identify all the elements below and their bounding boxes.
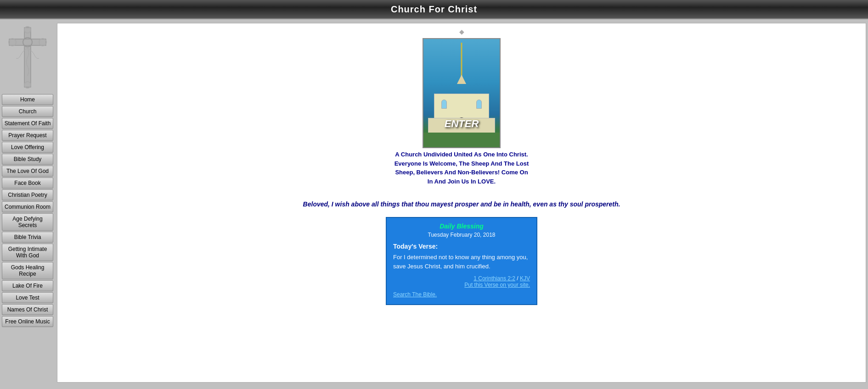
- sidebar-item-church[interactable]: Church: [2, 106, 53, 117]
- main-layout: HomeChurchStatement Of FaithPrayer Reque…: [0, 19, 868, 386]
- sidebar-item-face-book[interactable]: Face Book: [2, 178, 53, 189]
- sidebar-item-bible-trivia[interactable]: Bible Trivia: [2, 232, 53, 243]
- sidebar-item-bible-study[interactable]: Bible Study: [2, 154, 53, 165]
- nav-list: HomeChurchStatement Of FaithPrayer Reque…: [2, 94, 53, 328]
- church-image-area: ◆: [67, 28, 857, 193]
- search-bible-link[interactable]: Search The Bible.: [393, 291, 437, 298]
- verse-highlight: Beloved, I wish above all things that th…: [67, 200, 857, 208]
- church-description: A Church Undivided United As One Into Ch…: [395, 150, 529, 186]
- put-verse-link[interactable]: Put this Verse on your site.: [464, 282, 530, 288]
- kjv-link[interactable]: KJV: [520, 275, 530, 282]
- daily-blessing-box: Daily Blessing Tuesday February 20, 2018…: [386, 217, 537, 305]
- blessing-links: 1 Corinthians 2:2 / KJV Put this Verse o…: [393, 275, 530, 288]
- blessing-title: Daily Blessing: [393, 222, 530, 230]
- sidebar-item-getting-intimate-with-god[interactable]: Getting Intimate With God: [2, 244, 53, 261]
- enter-label[interactable]: ENTER: [445, 118, 479, 130]
- blessing-verse-label: Today's Verse:: [393, 243, 530, 250]
- church-image[interactable]: ENTER: [423, 38, 501, 148]
- sidebar-item-prayer-request[interactable]: Prayer Request: [2, 130, 53, 141]
- sidebar-logo: [5, 24, 51, 90]
- sidebar-item-christian-poetry[interactable]: Christian Poetry: [2, 189, 53, 200]
- sidebar-item-statement-of-faith[interactable]: Statement Of Faith: [2, 118, 53, 129]
- sidebar-item-communion-room[interactable]: Communion Room: [2, 201, 53, 212]
- sidebar-item-home[interactable]: Home: [2, 94, 53, 105]
- sidebar: HomeChurchStatement Of FaithPrayer Reque…: [0, 19, 55, 386]
- sidebar-item-lake-of-fire[interactable]: Lake Of Fire: [2, 280, 53, 291]
- cross-icon: [7, 25, 48, 89]
- header: Church For Christ: [0, 0, 868, 19]
- ref-separator: /: [517, 275, 520, 282]
- sidebar-item-free-online-music[interactable]: Free Online Music: [2, 316, 53, 327]
- sidebar-item-names-of-christ[interactable]: Names Of Christ: [2, 304, 53, 315]
- blessing-date: Tuesday February 20, 2018: [393, 232, 530, 238]
- content-area: ◆: [57, 23, 866, 383]
- corinthians-link[interactable]: 1 Corinthians 2:2: [473, 275, 515, 282]
- site-title: Church For Christ: [391, 4, 477, 15]
- top-icon: ◆: [459, 28, 464, 35]
- sidebar-item-the-love-of-god[interactable]: The Love Of God: [2, 166, 53, 177]
- blessing-verse-text: For I determined not to know any thing a…: [393, 253, 530, 271]
- sidebar-item-age-defying-secrets[interactable]: Age Defying Secrets: [2, 213, 53, 231]
- sidebar-item-love-test[interactable]: Love Test: [2, 292, 53, 303]
- sidebar-item-love-offering[interactable]: Love Offering: [2, 142, 53, 153]
- sidebar-item-gods-healing-recipe[interactable]: Gods Healing Recipe: [2, 262, 53, 279]
